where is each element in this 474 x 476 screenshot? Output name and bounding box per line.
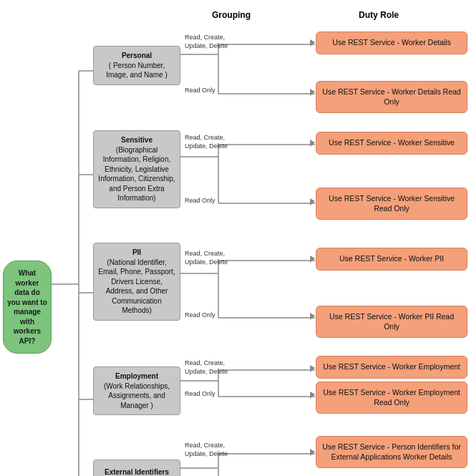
external-crud-label: Read, Create,Update, Delete bbox=[185, 442, 228, 458]
group-external: External Identifiers bbox=[93, 460, 180, 476]
diagram-body: What worker data do you want to manage w… bbox=[0, 24, 474, 476]
group-employment: Employment (Work Relationships, Assignme… bbox=[93, 366, 180, 415]
duty-external-crud: Use REST Service - Person Identifiers fo… bbox=[316, 436, 468, 468]
left-pill: What worker data do you want to manage w… bbox=[3, 261, 52, 354]
personal-subtitle: ( Person Number, Image, and Name ) bbox=[106, 62, 168, 79]
duty-employment-crud: Use REST Service - Worker Employment bbox=[316, 356, 468, 379]
grouping-header: Grouping bbox=[158, 10, 305, 20]
sensitive-crud-label: Read, Create,Update, Delete bbox=[185, 134, 228, 150]
duty-sensitive-read: Use REST Service - Worker Sensitive Read… bbox=[316, 188, 468, 220]
group-pii: PII (National Identifier, Email, Phone, … bbox=[93, 243, 180, 321]
duty-pii-crud: Use REST Service - Worker PII bbox=[316, 248, 468, 271]
diagram: Grouping Duty Role bbox=[0, 0, 474, 476]
pii-read-label: Read Only bbox=[185, 311, 216, 319]
personal-read-label: Read Only bbox=[185, 87, 216, 94]
sensitive-title: Sensitive bbox=[121, 136, 153, 144]
duty-role-header: Duty Role bbox=[305, 10, 453, 20]
duty-personal-read: Use REST Service - Worker Details Read O… bbox=[316, 81, 468, 113]
employment-title: Employment bbox=[115, 372, 158, 380]
sensitive-read-label: Read Only bbox=[185, 197, 216, 204]
personal-title: Personal bbox=[122, 52, 152, 59]
employment-subtitle: (Work Relationships, Assignments, and Ma… bbox=[104, 382, 170, 409]
employment-crud-label: Read, Create,Update, Delete bbox=[185, 359, 228, 376]
pii-crud-label: Read, Create,Update, Delete bbox=[185, 250, 228, 266]
employment-read-label: Read Only bbox=[185, 390, 216, 397]
personal-crud-label: Read, Create,Update, Delete bbox=[185, 34, 228, 50]
sensitive-subtitle: (Biographical Information, Religion, Eth… bbox=[98, 146, 175, 203]
group-personal: Personal ( Person Number, Image, and Nam… bbox=[93, 46, 180, 85]
external-title: External Identifiers bbox=[105, 468, 169, 476]
pii-title: PII bbox=[132, 248, 141, 256]
group-sensitive: Sensitive (Biographical Information, Rel… bbox=[93, 130, 180, 208]
duty-pii-read: Use REST Service - Worker PII Read Only bbox=[316, 306, 468, 338]
duty-sensitive-crud: Use REST Service - Worker Sensitive bbox=[316, 132, 468, 155]
duty-employment-read: Use REST Service - Worker Employment Rea… bbox=[316, 382, 468, 414]
pii-subtitle: (National Identifier, Email, Phone, Pass… bbox=[98, 258, 175, 315]
duty-personal-crud: Use REST Service - Worker Details bbox=[316, 31, 468, 54]
